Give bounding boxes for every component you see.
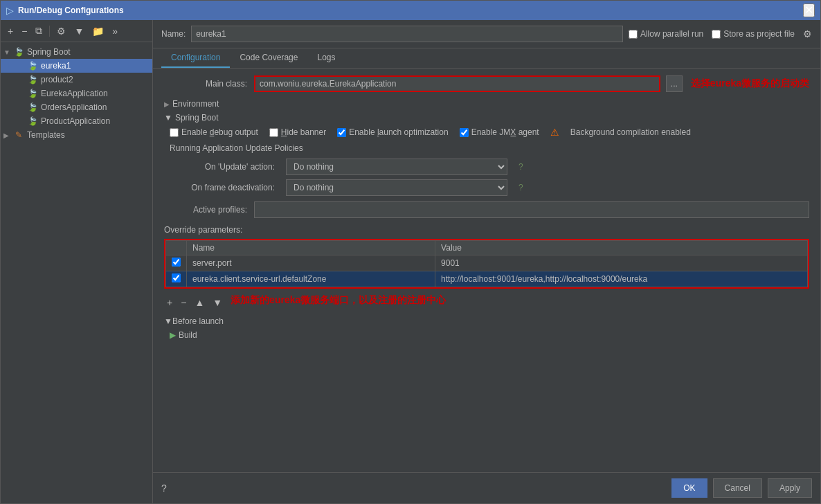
environment-section-header[interactable]: ▶ Environment (164, 99, 809, 109)
on-update-label: On 'Update' action: (170, 162, 280, 172)
collapse-icon: ▼ (164, 316, 172, 326)
ok-button[interactable]: OK (671, 478, 707, 498)
leaf-icon: 🍃 (27, 74, 38, 85)
param-value: http://localhost:9001/eureka,http://loca… (435, 271, 808, 287)
before-launch-header[interactable]: ▼ Before launch (164, 316, 809, 326)
table-toolbar: + − ▲ ▼ (164, 296, 225, 309)
params-table-wrapper: Name Value server.port 9001 (164, 239, 809, 289)
jmx-checkbox-label[interactable]: Enable JMX agent (460, 127, 539, 137)
sidebar-item-product2[interactable]: 🍃 product2 (1, 73, 152, 87)
param-name: eureka.client.service-url.defaultZone (187, 271, 435, 287)
apply-button[interactable]: Apply (768, 478, 812, 498)
separator (49, 26, 50, 37)
main-panel: Name: Allow parallel run Store as projec… (153, 20, 820, 503)
table-down-button[interactable]: ▼ (210, 296, 225, 309)
leaf-icon: 🍃 (27, 60, 38, 71)
tab-configuration[interactable]: Configuration (161, 48, 230, 68)
row-checkbox-cell[interactable] (166, 271, 187, 287)
sidebar-tree: ▼ 🍃 Spring Boot 🍃 eureka1 🍃 product2 (1, 42, 152, 503)
folder-button[interactable]: 📁 (89, 24, 107, 38)
debug-checkbox-label[interactable]: Enable debug output (170, 127, 258, 137)
main-content: + − ⧉ ⚙ ▼ 📁 » ▼ 🍃 Spring Boot � (1, 20, 820, 503)
ellipsis-button[interactable]: ... (666, 75, 683, 92)
main-class-label: Main class: (164, 79, 254, 89)
jmx-checkbox[interactable] (460, 128, 469, 137)
row-checkbox-cell[interactable] (166, 255, 187, 271)
allow-parallel-checkbox[interactable] (629, 30, 638, 39)
remove-button[interactable]: − (19, 24, 30, 38)
help-icon-frame[interactable]: ? (518, 183, 523, 192)
sidebar-item-eureka1[interactable]: 🍃 eureka1 (1, 59, 152, 73)
on-update-select[interactable]: Do nothing (286, 159, 507, 175)
checkboxes-row: Enable debug output Hide banner Enable l… (164, 127, 809, 138)
config-content: Main class: ... 选择eureka微服务的启动类 ▶ Enviro… (153, 69, 820, 472)
before-launch-section: ▼ Before launch ▶ Build (164, 316, 809, 341)
policies-section: Running Application Update Policies On '… (164, 143, 809, 196)
col-value: Value (435, 241, 808, 255)
gear-button[interactable]: ⚙ (803, 28, 812, 39)
help-icon-update[interactable]: ? (518, 162, 523, 172)
sidebar-item-spring-boot-root[interactable]: ▼ 🍃 Spring Boot (1, 45, 152, 59)
tab-logs[interactable]: Logs (307, 48, 345, 68)
banner-label: Hide banner (281, 127, 326, 137)
sidebar-item-ordersapp[interactable]: 🍃 OrdersApplication (1, 100, 152, 114)
table-up-button[interactable]: ▲ (192, 296, 207, 309)
sidebar-item-label: EurekaApplication (41, 89, 108, 98)
table-footer: + − ▲ ▼ 添加新的eureka微服务端口，以及注册的注册中心 (164, 291, 809, 309)
collapse-icon: ▼ (164, 113, 172, 123)
more-button[interactable]: » (109, 24, 120, 38)
row-checkbox[interactable] (172, 258, 181, 267)
params-table: Name Value server.port 9001 (165, 240, 808, 287)
table-remove-button[interactable]: − (178, 296, 189, 309)
sidebar-item-label: OrdersApplication (41, 102, 107, 112)
running-policies-label: Running Application Update Policies (164, 143, 809, 153)
tabs: Configuration Code Coverage Logs (153, 48, 820, 69)
tab-code-coverage[interactable]: Code Coverage (230, 48, 307, 68)
add-button[interactable]: + (5, 24, 16, 38)
banner-checkbox-label[interactable]: Hide banner (269, 127, 326, 137)
main-class-input[interactable] (254, 75, 660, 92)
on-frame-select[interactable]: Do nothing (286, 179, 507, 196)
cancel-button[interactable]: Cancel (713, 478, 762, 498)
window-title: Run/Debug Configurations (18, 6, 803, 15)
allow-parallel-label[interactable]: Allow parallel run (629, 29, 703, 39)
copy-button[interactable]: ⧉ (33, 24, 45, 38)
leaf-icon: 🍃 (27, 88, 38, 99)
settings-button[interactable]: ⚙ (54, 24, 69, 38)
active-profiles-input[interactable] (254, 201, 809, 218)
param-name: server.port (187, 255, 435, 271)
launch-opt-checkbox-label[interactable]: Enable launch optimization (337, 127, 448, 137)
build-label: Build (179, 330, 197, 340)
table-row[interactable]: server.port 9001 (166, 255, 808, 271)
store-project-checkbox[interactable] (712, 30, 721, 39)
banner-checkbox[interactable] (269, 128, 278, 137)
sidebar-item-productapp[interactable]: 🍃 ProductApplication (1, 114, 152, 128)
override-params-label: Override parameters: (164, 225, 809, 235)
spring-boot-icon: 🍃 (13, 46, 24, 57)
params-annotation: 添加新的eureka微服务端口，以及注册的注册中心 (231, 294, 446, 307)
row-checkbox[interactable] (172, 273, 181, 282)
sidebar-item-templates[interactable]: ▶ ✎ Templates (1, 128, 152, 142)
table-add-button[interactable]: + (164, 296, 175, 309)
sidebar-item-eurekaapp[interactable]: 🍃 EurekaApplication (1, 87, 152, 100)
leaf-icon: 🍃 (27, 102, 38, 113)
store-project-label[interactable]: Store as project file (712, 29, 795, 39)
warning-icon: ⚠ (550, 127, 559, 138)
expand-button[interactable]: ▼ (71, 24, 87, 38)
spring-boot-section-header[interactable]: ▼ Spring Boot (164, 113, 809, 123)
templates-icon: ✎ (13, 129, 24, 141)
main-class-row: Main class: ... 选择eureka微服务的启动类 (164, 75, 809, 92)
debug-checkbox[interactable] (170, 128, 179, 137)
collapse-icon: ▶ (164, 100, 170, 108)
name-input[interactable] (191, 26, 623, 42)
launch-opt-checkbox[interactable] (337, 128, 346, 137)
name-label: Name: (161, 29, 186, 39)
help-button[interactable]: ? (161, 483, 167, 494)
spring-boot-section-label: Spring Boot (175, 113, 219, 123)
table-row[interactable]: eureka.client.service-url.defaultZone ht… (166, 271, 808, 287)
param-value: 9001 (435, 255, 808, 271)
launch-opt-label: Enable launch optimization (349, 127, 448, 137)
main-class-field-wrapper: ... (254, 75, 683, 92)
bg-compile-text: Background compilation enabled (570, 127, 691, 137)
close-button[interactable]: ✕ (803, 3, 815, 17)
